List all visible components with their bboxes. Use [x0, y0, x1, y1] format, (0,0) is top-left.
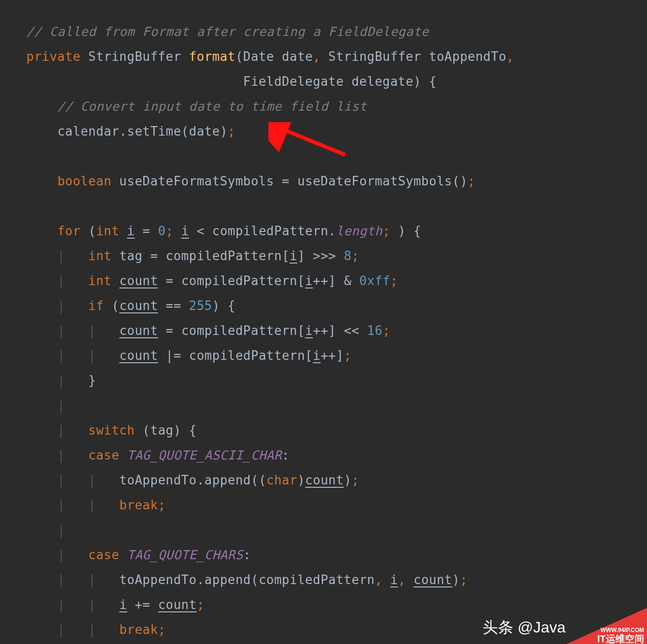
keyword-private: private: [26, 49, 81, 64]
code-block: // Called from Format after creating a F…: [0, 0, 647, 642]
watermark-site: WWW.94IP.COM IT运维空间: [551, 606, 647, 644]
method-format: format: [189, 49, 235, 64]
comment: // Convert input date to time field list: [58, 99, 367, 114]
type-stringbuffer: StringBuffer: [88, 49, 181, 64]
comment: // Called from Format after creating a F…: [26, 24, 429, 39]
